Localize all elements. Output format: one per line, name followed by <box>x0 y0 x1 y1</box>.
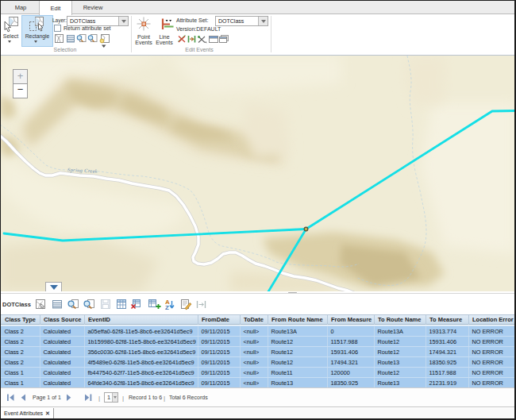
svg-text:|: | <box>98 395 100 402</box>
svg-text:Z: Z <box>165 304 169 311</box>
svg-text:|: | <box>164 395 165 402</box>
svg-text:|: | <box>122 395 124 402</box>
